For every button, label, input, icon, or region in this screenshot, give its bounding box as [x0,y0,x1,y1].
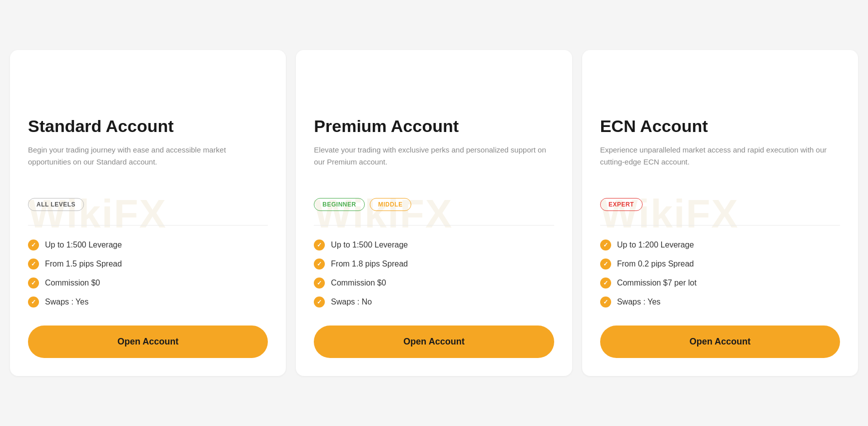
feature-item: From 1.5 pips Spread [28,258,268,270]
card-ecn: WikiFXECN AccountExperience unparalleled… [582,50,858,376]
feature-item: From 1.8 pips Spread [314,258,554,270]
feature-text: From 0.2 pips Spread [617,260,694,268]
features-list-standard: Up to 1:500 LeverageFrom 1.5 pips Spread… [28,240,268,308]
feature-item: Swaps : Yes [28,296,268,308]
feature-item: Swaps : No [314,296,554,308]
feature-item: Commission $0 [314,278,554,288]
feature-item: From 0.2 pips Spread [600,258,840,270]
check-icon [314,278,325,288]
divider [314,225,554,226]
card-description-ecn: Experience unparalleled market access an… [600,144,840,184]
cards-container: WikiFXStandard AccountBegin your trading… [10,50,858,376]
badges-row-ecn: EXPERT [600,198,840,211]
card-standard: WikiFXStandard AccountBegin your trading… [10,50,286,376]
check-icon [600,258,611,270]
features-list-ecn: Up to 1:200 LeverageFrom 0.2 pips Spread… [600,240,840,308]
check-icon [28,296,39,308]
badges-row-standard: ALL LEVELS [28,198,268,211]
check-icon [314,258,325,270]
badge-middle: MIDDLE [370,198,411,211]
feature-item: Commission $0 [28,278,268,288]
check-icon [600,296,611,308]
feature-text: Up to 1:500 Leverage [45,240,122,250]
feature-text: Up to 1:500 Leverage [331,240,408,250]
feature-text: Commission $7 per lot [617,278,697,288]
card-title-ecn: ECN Account [600,116,840,136]
open-account-button-ecn[interactable]: Open Account [600,326,840,358]
check-icon [28,240,39,250]
card-description-standard: Begin your trading journey with ease and… [28,144,268,184]
check-icon [600,240,611,250]
divider [600,225,840,226]
open-account-button-premium[interactable]: Open Account [314,326,554,358]
check-icon [314,240,325,250]
check-icon [28,278,39,288]
feature-text: Swaps : No [331,298,372,306]
feature-text: From 1.5 pips Spread [45,260,122,268]
badge-beginner: BEGINNER [314,198,364,211]
feature-item: Commission $7 per lot [600,278,840,288]
badges-row-premium: BEGINNERMIDDLE [314,198,554,211]
feature-text: Swaps : Yes [617,298,661,306]
feature-text: Swaps : Yes [45,298,88,306]
feature-text: Commission $0 [45,278,100,288]
check-icon [314,296,325,308]
feature-text: Commission $0 [331,278,386,288]
feature-text: From 1.8 pips Spread [331,260,408,268]
feature-item: Swaps : Yes [600,296,840,308]
card-title-standard: Standard Account [28,116,268,136]
feature-text: Up to 1:200 Leverage [617,240,694,250]
features-list-premium: Up to 1:500 LeverageFrom 1.8 pips Spread… [314,240,554,308]
feature-item: Up to 1:200 Leverage [600,240,840,250]
badge-expert: EXPERT [600,198,643,211]
feature-item: Up to 1:500 Leverage [28,240,268,250]
check-icon [28,258,39,270]
divider [28,225,268,226]
feature-item: Up to 1:500 Leverage [314,240,554,250]
card-title-premium: Premium Account [314,116,554,136]
card-description-premium: Elevate your trading with exclusive perk… [314,144,554,184]
open-account-button-standard[interactable]: Open Account [28,326,268,358]
badge-all: ALL LEVELS [28,198,84,211]
card-premium: WikiFXPremium AccountElevate your tradin… [296,50,572,376]
check-icon [600,278,611,288]
